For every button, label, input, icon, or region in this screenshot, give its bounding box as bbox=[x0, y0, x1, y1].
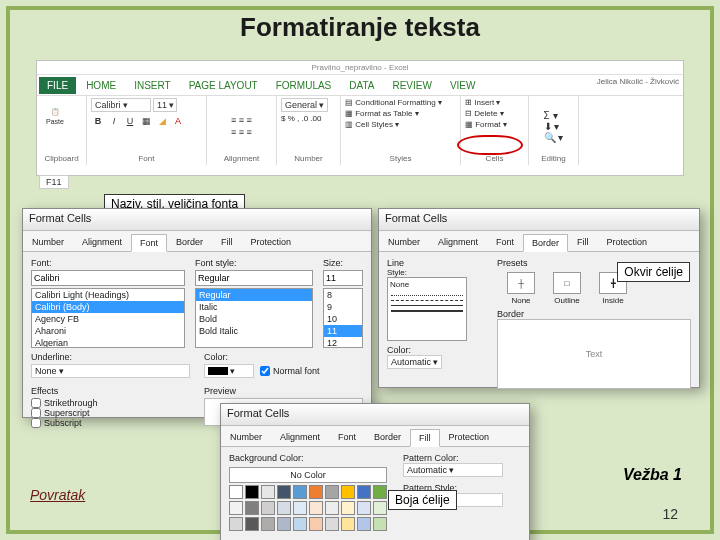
font-color-select[interactable]: ▾ bbox=[204, 364, 254, 378]
dlg-tab-fill[interactable]: Fill bbox=[568, 233, 598, 251]
dlg-tab-number[interactable]: Number bbox=[23, 233, 73, 251]
underline-label: Underline: bbox=[31, 352, 190, 362]
name-box[interactable]: F11 bbox=[39, 175, 69, 189]
color-swatch[interactable] bbox=[245, 485, 259, 499]
color-swatch[interactable] bbox=[325, 501, 339, 515]
dlg-tab-font[interactable]: Font bbox=[131, 234, 167, 252]
size-input[interactable] bbox=[323, 270, 363, 286]
subscript-checkbox[interactable]: Subscript bbox=[31, 418, 190, 428]
paste-button[interactable]: 📋Paste bbox=[41, 98, 69, 134]
color-swatch[interactable] bbox=[277, 501, 291, 515]
border-button[interactable]: ▦ bbox=[139, 114, 153, 128]
color-swatch[interactable] bbox=[245, 501, 259, 515]
dlg-tab-fill[interactable]: Fill bbox=[410, 429, 440, 447]
callout-cell-border[interactable]: Okvir ćelije bbox=[617, 262, 690, 282]
color-swatch[interactable] bbox=[261, 501, 275, 515]
bold-button[interactable]: B bbox=[91, 114, 105, 128]
effects-label: Effects bbox=[31, 386, 190, 396]
font-name-select[interactable]: Calibri ▾ bbox=[91, 98, 151, 112]
underline-select[interactable]: None ▾ bbox=[31, 364, 190, 378]
dlg-tab-protection[interactable]: Protection bbox=[242, 233, 301, 251]
color-swatch[interactable] bbox=[357, 485, 371, 499]
tab-view[interactable]: VIEW bbox=[442, 77, 484, 94]
back-link[interactable]: Povratak bbox=[30, 487, 85, 503]
style-list[interactable]: Regular Italic Bold Bold Italic bbox=[195, 288, 313, 348]
conditional-formatting-button[interactable]: ▤ Conditional Formatting ▾ bbox=[345, 98, 442, 107]
color-swatch[interactable] bbox=[245, 517, 259, 531]
font-color-button[interactable]: A bbox=[171, 114, 185, 128]
format-as-table-button[interactable]: ▦ Format as Table ▾ bbox=[345, 109, 419, 118]
pattern-color-select[interactable]: Automatic ▾ bbox=[403, 463, 503, 477]
color-swatch[interactable] bbox=[293, 501, 307, 515]
strikethrough-checkbox[interactable]: Strikethrough bbox=[31, 398, 190, 408]
tab-data[interactable]: DATA bbox=[341, 77, 382, 94]
border-style-list[interactable]: None bbox=[387, 277, 467, 341]
color-swatch[interactable] bbox=[373, 485, 387, 499]
dlg-tab-border[interactable]: Border bbox=[365, 428, 410, 446]
color-swatch[interactable] bbox=[373, 517, 387, 531]
color-swatch[interactable] bbox=[277, 485, 291, 499]
superscript-checkbox[interactable]: Superscript bbox=[31, 408, 190, 418]
color-swatch[interactable] bbox=[341, 501, 355, 515]
color-grid[interactable]: No Color bbox=[229, 467, 387, 531]
dlg-tab-protection[interactable]: Protection bbox=[598, 233, 657, 251]
cell-styles-button[interactable]: ▥ Cell Styles ▾ bbox=[345, 120, 399, 129]
dlg-tab-number[interactable]: Number bbox=[379, 233, 429, 251]
preset-outline[interactable]: □Outline bbox=[549, 272, 585, 305]
font-list[interactable]: Calibri Light (Headings) Calibri (Body) … bbox=[31, 288, 185, 348]
dlg-tab-number[interactable]: Number bbox=[221, 428, 271, 446]
fill-color-button[interactable]: ◢ bbox=[155, 114, 169, 128]
color-swatch[interactable] bbox=[229, 517, 243, 531]
dlg-tab-alignment[interactable]: Alignment bbox=[73, 233, 131, 251]
color-swatch[interactable] bbox=[325, 517, 339, 531]
no-color-button[interactable]: No Color bbox=[229, 467, 387, 483]
group-alignment-label: Alignment bbox=[211, 154, 272, 163]
number-format-select[interactable]: General ▾ bbox=[281, 98, 328, 112]
color-swatch[interactable] bbox=[293, 485, 307, 499]
border-color-select[interactable]: Automatic ▾ bbox=[387, 355, 442, 369]
border-preview[interactable]: Text bbox=[497, 319, 691, 389]
color-swatch[interactable] bbox=[341, 485, 355, 499]
color-swatch[interactable] bbox=[373, 501, 387, 515]
dlg-tab-protection[interactable]: Protection bbox=[440, 428, 499, 446]
dlg-tab-font[interactable]: Font bbox=[487, 233, 523, 251]
dlg-tab-border[interactable]: Border bbox=[523, 234, 568, 252]
tab-file[interactable]: FILE bbox=[39, 77, 76, 94]
tab-home[interactable]: HOME bbox=[78, 77, 124, 94]
dlg-tab-border[interactable]: Border bbox=[167, 233, 212, 251]
font-input[interactable] bbox=[31, 270, 185, 286]
color-swatch[interactable] bbox=[261, 517, 275, 531]
dlg-tab-alignment[interactable]: Alignment bbox=[271, 428, 329, 446]
color-swatch[interactable] bbox=[229, 485, 243, 499]
color-swatch[interactable] bbox=[341, 517, 355, 531]
color-swatch[interactable] bbox=[357, 517, 371, 531]
exercise-label[interactable]: Vežba 1 bbox=[623, 466, 682, 484]
color-swatch[interactable] bbox=[277, 517, 291, 531]
insert-cells-button[interactable]: ⊞ Insert ▾ bbox=[465, 98, 500, 107]
color-swatch[interactable] bbox=[261, 485, 275, 499]
callout-cell-color[interactable]: Boja ćelije bbox=[388, 490, 457, 510]
size-list[interactable]: 8 9 10 11 12 14 bbox=[323, 288, 363, 348]
color-swatch[interactable] bbox=[229, 501, 243, 515]
color-swatch[interactable] bbox=[309, 517, 323, 531]
delete-cells-button[interactable]: ⊟ Delete ▾ bbox=[465, 109, 504, 118]
dlg-tab-fill[interactable]: Fill bbox=[212, 233, 242, 251]
tab-review[interactable]: REVIEW bbox=[384, 77, 439, 94]
font-size-select[interactable]: 11 ▾ bbox=[153, 98, 177, 112]
underline-button[interactable]: U bbox=[123, 114, 137, 128]
color-swatch[interactable] bbox=[357, 501, 371, 515]
preset-none[interactable]: ┼None bbox=[503, 272, 539, 305]
tab-insert[interactable]: INSERT bbox=[126, 77, 179, 94]
normal-font-checkbox[interactable]: Normal font bbox=[260, 366, 320, 376]
italic-button[interactable]: I bbox=[107, 114, 121, 128]
color-swatch[interactable] bbox=[309, 501, 323, 515]
color-swatch[interactable] bbox=[293, 517, 307, 531]
dlg-tab-alignment[interactable]: Alignment bbox=[429, 233, 487, 251]
dlg-tab-font[interactable]: Font bbox=[329, 428, 365, 446]
color-swatch[interactable] bbox=[325, 485, 339, 499]
color-swatch[interactable] bbox=[309, 485, 323, 499]
format-cells-button[interactable]: ▦ Format ▾ bbox=[465, 120, 507, 129]
tab-formulas[interactable]: FORMULAS bbox=[268, 77, 340, 94]
tab-pagelayout[interactable]: PAGE LAYOUT bbox=[181, 77, 266, 94]
style-input[interactable] bbox=[195, 270, 313, 286]
